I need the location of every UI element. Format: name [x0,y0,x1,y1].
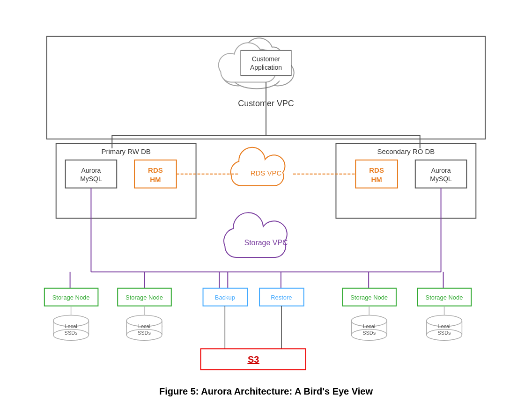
aurora-mysql-right-label2: MySQL [430,175,452,183]
rds-hm-left-label2: HM [150,176,161,183]
architecture-diagram: Customer Application Customer VPC Primar… [18,13,514,381]
storage-node-2-label: Storage Node [126,294,163,301]
aurora-mysql-right-label: Aurora [431,167,451,174]
local-ssds-3-label2: SSDs [362,330,376,336]
local-ssds-4-label2: SSDs [438,330,451,336]
s3-label: S3 [248,354,259,365]
aurora-mysql-left-label2: MySQL [80,175,102,183]
storage-node-4-label: Storage Node [426,294,463,301]
rds-hm-right-label2: HM [371,176,382,183]
customer-application-label2: Application [250,64,282,71]
diagram-container: Customer Application Customer VPC Primar… [18,13,514,397]
aurora-mysql-left-label: Aurora [81,167,101,174]
storage-vpc-label: Storage VPC [244,239,288,247]
primary-rw-db-label: Primary RW DB [102,147,151,155]
customer-application-label: Customer [252,55,281,63]
local-ssds-2-label2: SSDs [138,330,151,336]
local-ssds-1-label: Local [65,323,77,329]
local-ssds-1-label2: SSDs [65,330,78,336]
rds-hm-right-label: RDS [369,166,384,174]
rds-hm-left-label: RDS [148,166,163,174]
rds-vpc-label: RDS VPC [251,169,282,177]
restore-label: Restore [271,294,292,301]
secondary-ro-db-label: Secondary RO DB [377,147,435,155]
local-ssds-3-label: Local [363,323,375,329]
backup-label: Backup [215,294,235,301]
local-ssds-2-label: Local [138,323,150,329]
figure-caption: Figure 5: Aurora Architecture: A Bird's … [159,386,373,397]
storage-node-1-label: Storage Node [52,294,90,301]
storage-node-3-label: Storage Node [350,294,388,301]
local-ssds-4-label: Local [438,323,450,329]
